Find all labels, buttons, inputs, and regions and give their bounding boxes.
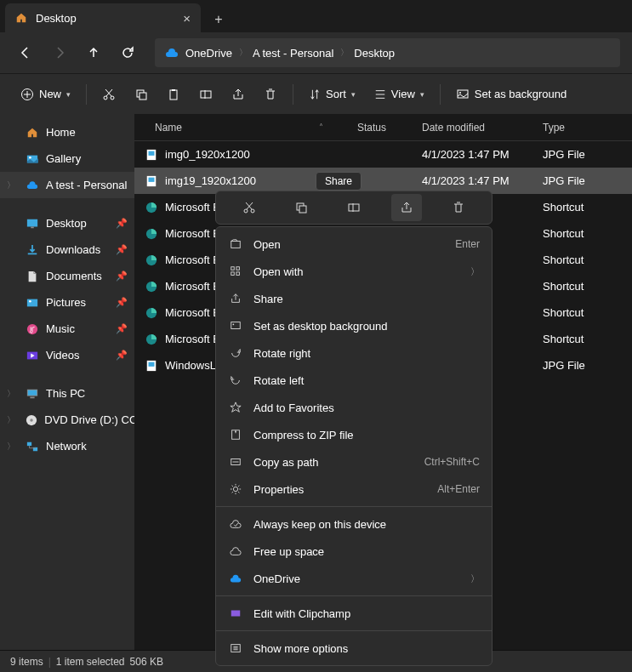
chevron-right-icon[interactable]: 〉: [7, 414, 15, 426]
music-icon: [26, 322, 39, 336]
breadcrumb[interactable]: OneDrive〉 A test - Personal〉 Desktop: [155, 38, 620, 67]
sidebar-dvd[interactable]: 〉DVD Drive (D:) CCC: [0, 407, 134, 433]
delete-button[interactable]: [255, 80, 286, 109]
sidebar-onedrive[interactable]: 〉A test - Personal: [0, 172, 134, 198]
ctx-always-keep[interactable]: Always keep on this device: [216, 510, 492, 538]
svg-rect-45: [231, 272, 235, 276]
svg-rect-43: [231, 267, 235, 271]
new-tab-button[interactable]: +: [206, 7, 231, 32]
col-name[interactable]: Name˄: [134, 122, 357, 134]
setbg-label: Set as background: [475, 88, 567, 100]
ctx-rename-icon[interactable]: [339, 194, 369, 221]
svg-point-51: [233, 487, 237, 491]
rotate-right-icon: [228, 347, 243, 359]
context-menu: OpenEnter Open with〉 Share Set as deskto…: [215, 226, 493, 666]
crumb-root[interactable]: OneDrive: [185, 47, 232, 60]
sidebar-gallery[interactable]: Gallery: [0, 145, 134, 172]
sidebar-home[interactable]: Home: [0, 119, 134, 145]
file-type: JPG File: [543, 359, 632, 372]
sidebar-desktop[interactable]: Desktop📌: [0, 210, 134, 236]
share-button[interactable]: [223, 80, 253, 109]
ctx-favorites[interactable]: Add to Favorites: [216, 394, 492, 421]
view-button[interactable]: View▾: [366, 80, 433, 109]
svg-point-22: [30, 419, 33, 422]
sort-asc-icon: ˄: [319, 122, 323, 132]
sidebar-pictures[interactable]: Pictures📌: [0, 289, 134, 316]
ctx-open[interactable]: OpenEnter: [216, 231, 492, 258]
share-icon: [228, 293, 243, 305]
copy-button[interactable]: [126, 80, 157, 109]
view-label: View: [391, 88, 415, 100]
file-type: Shortcut: [543, 253, 632, 266]
sidebar-downloads[interactable]: Downloads📌: [0, 236, 134, 263]
refresh-button[interactable]: [114, 39, 141, 66]
sidebar-documents[interactable]: Documents📌: [0, 263, 134, 289]
ctx-share[interactable]: Share: [216, 285, 492, 312]
svg-rect-46: [236, 272, 240, 276]
ctx-delete-icon[interactable]: [443, 194, 474, 221]
svg-rect-4: [139, 93, 146, 100]
forward-button[interactable]: [46, 39, 73, 66]
svg-rect-26: [149, 151, 155, 155]
ctx-onedrive[interactable]: OneDrive〉: [216, 565, 492, 592]
paste-button[interactable]: [158, 80, 189, 109]
path-icon: [228, 456, 243, 468]
sidebar-network[interactable]: 〉Network: [0, 433, 134, 459]
dvd-icon: [26, 413, 37, 427]
file-name: Microsoft E: [165, 280, 220, 293]
ctx-set-background[interactable]: Set as desktop background: [216, 312, 492, 339]
new-button[interactable]: New▾: [12, 80, 79, 109]
file-icon: [145, 148, 158, 162]
file-icon: [145, 359, 158, 373]
ctx-rotate-left[interactable]: Rotate left: [216, 367, 492, 394]
svg-rect-14: [27, 299, 37, 306]
col-type[interactable]: Type: [543, 122, 632, 134]
ctx-copy-path[interactable]: Copy as pathCtrl+Shift+C: [216, 448, 492, 476]
window-tab[interactable]: Desktop ×: [5, 3, 201, 32]
svg-rect-36: [149, 362, 155, 366]
grid-icon: [228, 265, 243, 277]
crumb-mid[interactable]: A test - Personal: [253, 47, 333, 60]
ctx-share-icon[interactable]: [391, 194, 422, 221]
svg-rect-41: [349, 204, 359, 211]
file-type: JPG File: [543, 174, 632, 187]
sidebar-thispc[interactable]: 〉This PC: [0, 380, 134, 407]
ctx-open-with[interactable]: Open with〉: [216, 258, 492, 285]
sort-button[interactable]: Sort▾: [300, 80, 364, 109]
set-background-button[interactable]: Set as background: [447, 80, 575, 109]
chevron-right-icon[interactable]: 〉: [7, 441, 15, 453]
rename-button[interactable]: [191, 80, 221, 109]
sort-label: Sort: [326, 88, 346, 100]
crumb-leaf[interactable]: Desktop: [354, 47, 395, 60]
file-name: Microsoft E: [165, 253, 220, 266]
cloud-icon: [165, 48, 179, 58]
svg-rect-13: [31, 226, 34, 228]
column-header: Name˄ Status Date modified Type: [134, 114, 632, 141]
close-icon[interactable]: ×: [183, 11, 191, 26]
ctx-clipchamp[interactable]: Edit with Clipchamp: [216, 600, 492, 627]
file-row[interactable]: img0_1920x12004/1/2023 1:47 PMJPG File: [134, 141, 632, 168]
up-button[interactable]: [80, 39, 107, 66]
ctx-cut-icon[interactable]: [234, 194, 265, 221]
ctx-show-more[interactable]: Show more options: [216, 635, 492, 662]
col-date[interactable]: Date modified: [422, 122, 543, 134]
ctx-properties[interactable]: PropertiesAlt+Enter: [216, 476, 492, 503]
videos-icon: [26, 349, 39, 362]
ctx-zip[interactable]: Compress to ZIP file: [216, 421, 492, 448]
sidebar-music[interactable]: Music📌: [0, 316, 134, 342]
ctx-free-space[interactable]: Free up space: [216, 538, 492, 565]
back-button[interactable]: [12, 39, 39, 66]
ctx-rotate-right[interactable]: Rotate right: [216, 339, 492, 367]
sidebar-videos[interactable]: Videos📌: [0, 342, 134, 368]
svg-point-37: [244, 209, 248, 213]
chevron-right-icon[interactable]: 〉: [7, 388, 15, 400]
chevron-right-icon[interactable]: 〉: [7, 179, 15, 191]
svg-point-2: [111, 96, 114, 100]
cut-button[interactable]: [94, 80, 124, 109]
tab-title: Desktop: [36, 12, 77, 25]
col-status[interactable]: Status: [357, 122, 422, 134]
new-label: New: [39, 88, 61, 100]
desktop-icon: [26, 217, 39, 231]
ctx-copy-icon[interactable]: [286, 194, 316, 221]
file-date: 4/1/2023 1:47 PM: [422, 148, 543, 161]
